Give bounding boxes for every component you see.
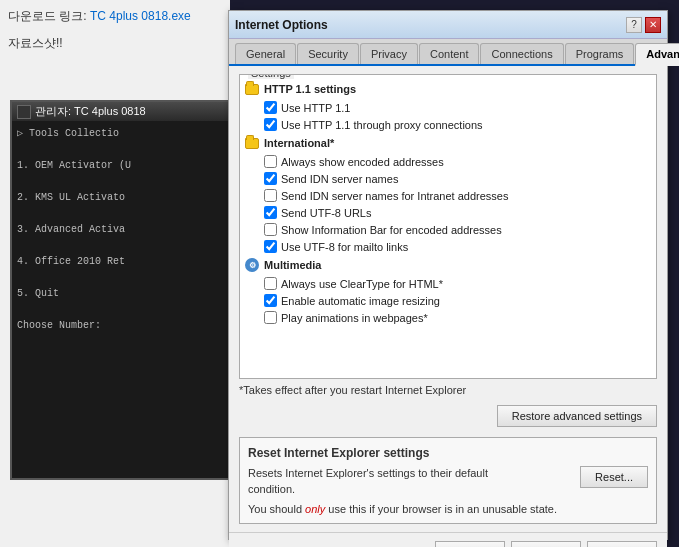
settings-group: Settings HTTP 1.1 settings Use HTTP 1.1 … (239, 74, 657, 379)
tab-connections[interactable]: Connections (480, 43, 563, 64)
settings-label: Settings (248, 74, 294, 79)
setting-show-info-bar: Show Information Bar for encoded address… (244, 221, 652, 238)
dialog-title: Internet Options (235, 18, 328, 32)
setting-show-encoded: Always show encoded addresses (244, 153, 652, 170)
terminal-body: ▷ Tools Collectio 1. OEM Activator (U 2.… (12, 121, 233, 477)
dialog-titlebar: Internet Options ? ✕ (229, 11, 667, 39)
close-button[interactable]: ✕ (645, 17, 661, 33)
tab-general[interactable]: General (235, 43, 296, 64)
terminal-line: 4. Office 2010 Ret (17, 254, 228, 270)
settings-list[interactable]: HTTP 1.1 settings Use HTTP 1.1 Use HTTP … (244, 79, 652, 374)
terminal-icon (17, 105, 31, 119)
reset-section-title: Reset Internet Explorer settings (248, 446, 648, 460)
tab-advanced[interactable]: Advanced (635, 43, 679, 66)
title-controls: ? ✕ (626, 17, 661, 33)
note-text: *Takes effect after you restart Internet… (239, 384, 657, 396)
internet-options-dialog: Internet Options ? ✕ General Security Pr… (228, 10, 668, 540)
terminal-title-text: 관리자: TC 4plus 0818 (35, 104, 146, 119)
terminal-line (17, 238, 228, 254)
tab-content[interactable]: Content (419, 43, 480, 64)
terminal-line (17, 206, 228, 222)
terminal-line (17, 302, 228, 318)
download-link[interactable]: TC 4plus 0818.exe (90, 9, 191, 23)
gear-icon-multimedia: ⚙ (244, 257, 260, 273)
terminal-line: ▷ Tools Collectio (17, 126, 228, 142)
category-multimedia: ⚙ Multimedia (244, 255, 652, 275)
checkbox-send-idn-intranet[interactable] (264, 189, 277, 202)
category-intl-label: International* (264, 137, 334, 149)
reset-inner: Resets Internet Explorer's settings to t… (248, 466, 648, 515)
setting-label: Send UTF-8 URLs (281, 207, 371, 219)
setting-play-animations: Play animations in webpages* (244, 309, 652, 326)
terminal-titlebar: 관리자: TC 4plus 0818 (12, 102, 233, 121)
setting-label: Send IDN server names (281, 173, 398, 185)
reset-button[interactable]: Reset... (580, 466, 648, 488)
setting-utf8-mailto: Use UTF-8 for mailto links (244, 238, 652, 255)
dialog-footer: OK Cancel Apply (229, 532, 667, 547)
terminal-line: 5. Quit (17, 286, 228, 302)
restore-btn-row: Restore advanced settings (239, 405, 657, 427)
setting-send-utf8: Send UTF-8 URLs (244, 204, 652, 221)
reset-note: You should only use this if your browser… (248, 503, 570, 515)
cancel-button[interactable]: Cancel (511, 541, 581, 547)
setting-label: Use HTTP 1.1 (281, 102, 351, 114)
reset-description: Resets Internet Explorer's settings to t… (248, 466, 570, 497)
resource-text: 자료스샷!! (8, 35, 222, 52)
folder-icon-intl (244, 135, 260, 151)
tab-programs[interactable]: Programs (565, 43, 635, 64)
apply-button[interactable]: Apply (587, 541, 657, 547)
checkbox-show-info-bar[interactable] (264, 223, 277, 236)
setting-send-idn-intranet: Send IDN server names for Intranet addre… (244, 187, 652, 204)
setting-label: Send IDN server names for Intranet addre… (281, 190, 508, 202)
tab-security[interactable]: Security (297, 43, 359, 64)
download-text: 다운로드 링크: TC 4plus 0818.exe (8, 8, 222, 25)
checkbox-auto-resize[interactable] (264, 294, 277, 307)
terminal-window: 관리자: TC 4plus 0818 ▷ Tools Collectio 1. … (10, 100, 235, 480)
checkbox-use-http11[interactable] (264, 101, 277, 114)
checkbox-utf8-mailto[interactable] (264, 240, 277, 253)
dialog-content: Settings HTTP 1.1 settings Use HTTP 1.1 … (229, 66, 667, 532)
help-button[interactable]: ? (626, 17, 642, 33)
setting-label: Show Information Bar for encoded address… (281, 224, 502, 236)
setting-auto-resize: Enable automatic image resizing (244, 292, 652, 309)
setting-cleartype: Always use ClearType for HTML* (244, 275, 652, 292)
tab-privacy[interactable]: Privacy (360, 43, 418, 64)
setting-send-idn: Send IDN server names (244, 170, 652, 187)
terminal-line: Choose Number: (17, 318, 228, 334)
setting-label: Play animations in webpages* (281, 312, 428, 324)
category-http: HTTP 1.1 settings (244, 79, 652, 99)
folder-icon (244, 81, 260, 97)
category-international: International* (244, 133, 652, 153)
terminal-line: 3. Advanced Activa (17, 222, 228, 238)
restore-advanced-button[interactable]: Restore advanced settings (497, 405, 657, 427)
terminal-line: 1. OEM Activator (U (17, 158, 228, 174)
reset-section: Reset Internet Explorer settings Resets … (239, 437, 657, 524)
category-multimedia-label: Multimedia (264, 259, 321, 271)
setting-use-http11: Use HTTP 1.1 (244, 99, 652, 116)
terminal-line (17, 142, 228, 158)
category-http-label: HTTP 1.1 settings (264, 83, 356, 95)
ok-button[interactable]: OK (435, 541, 505, 547)
setting-use-http11-proxy: Use HTTP 1.1 through proxy connections (244, 116, 652, 133)
checkbox-play-animations[interactable] (264, 311, 277, 324)
checkbox-use-http11-proxy[interactable] (264, 118, 277, 131)
checkbox-show-encoded[interactable] (264, 155, 277, 168)
terminal-line (17, 270, 228, 286)
setting-label: Use HTTP 1.1 through proxy connections (281, 119, 483, 131)
checkbox-send-idn[interactable] (264, 172, 277, 185)
checkbox-send-utf8[interactable] (264, 206, 277, 219)
tabs-bar: General Security Privacy Content Connect… (229, 39, 667, 66)
terminal-line: 2. KMS UL Activato (17, 190, 228, 206)
setting-label: Always show encoded addresses (281, 156, 444, 168)
setting-label: Enable automatic image resizing (281, 295, 440, 307)
setting-label: Use UTF-8 for mailto links (281, 241, 408, 253)
setting-label: Always use ClearType for HTML* (281, 278, 443, 290)
checkbox-cleartype[interactable] (264, 277, 277, 290)
terminal-line (17, 174, 228, 190)
